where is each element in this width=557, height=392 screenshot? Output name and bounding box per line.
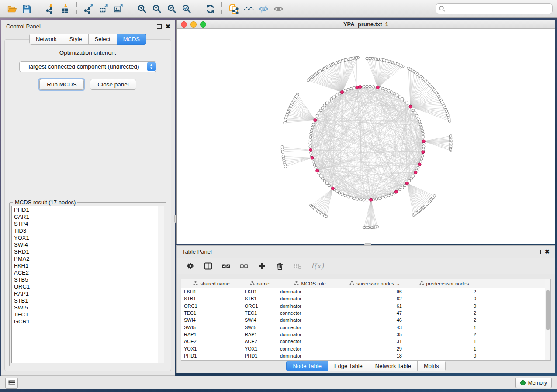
cell-name: ORC1 (242, 303, 277, 309)
mcds-result-item[interactable]: STB5 (12, 276, 164, 283)
open-session-button[interactable] (4, 2, 19, 16)
zoom-in-button[interactable] (135, 2, 149, 16)
network-canvas[interactable] (177, 29, 555, 244)
mcds-result-list[interactable]: PHD1CAR1STP4TID3YOX1SWI4SRD1PMA2FKH1ACE2… (11, 206, 164, 363)
table-row[interactable]: ORC1ORC1dominator610 (181, 303, 550, 309)
mcds-result-item[interactable]: STP4 (12, 220, 164, 227)
import-network-button[interactable] (43, 2, 58, 16)
mcds-result-item[interactable]: ACE2 (12, 269, 164, 276)
tab-select[interactable]: Select (88, 34, 117, 45)
zoom-fit-icon (166, 3, 177, 14)
zoom-fit-button[interactable] (164, 2, 179, 16)
table-row[interactable]: RAP1RAP1dominator352 (181, 331, 550, 338)
cell-name: RAP1 (242, 332, 277, 337)
node-table: shared namenameMCDS rolesuccessor nodes⌄… (181, 279, 551, 361)
table-row[interactable]: PHD1PHD1dominator180 (181, 352, 550, 359)
mcds-result-item[interactable]: GCR1 (12, 318, 164, 325)
network-window-titlebar[interactable]: YPA_prune.txt_1 (177, 20, 555, 29)
export-image-button[interactable] (111, 2, 126, 16)
export-table-button[interactable] (96, 2, 111, 16)
deselect-all-button[interactable] (239, 261, 249, 271)
column-header-predecessor-nodes[interactable]: predecessor nodes (407, 279, 481, 288)
cell-predecessor-nodes: 1 (407, 325, 481, 330)
tab-style[interactable]: Style (63, 34, 89, 45)
mcds-result-item[interactable]: FKH1 (12, 262, 164, 269)
export-table-icon (98, 3, 109, 14)
mcds-result-item[interactable]: ORC1 (12, 283, 164, 290)
table-row[interactable]: TEC1TEC1connector472 (181, 309, 550, 316)
delete-table-icon (293, 261, 302, 271)
float-table-panel-icon[interactable] (536, 250, 541, 254)
tab-edge-table[interactable]: Edge Table (328, 361, 369, 371)
mcds-result-item[interactable]: TEC1 (12, 311, 164, 318)
zoom-selected-button[interactable] (179, 2, 194, 16)
main-toolbar (0, 0, 557, 18)
cell-predecessor-nodes: 1 (407, 346, 481, 351)
mcds-result-item[interactable]: TID3 (12, 227, 164, 234)
network-graph[interactable] (177, 29, 555, 244)
column-header-shared-name[interactable]: shared name (181, 279, 242, 288)
table-row[interactable]: ACE2ACE2connector311 (181, 338, 550, 345)
mcds-tab-content: Optimization criterion: largest connecte… (4, 39, 171, 371)
close-panel-icon[interactable]: ✖ (166, 24, 170, 29)
task-history-button[interactable] (5, 378, 18, 389)
tab-motifs[interactable]: Motifs (417, 361, 446, 371)
gear-button[interactable] (186, 261, 195, 271)
mcds-result-item[interactable]: PMA2 (12, 255, 164, 262)
hide-selected-button[interactable] (256, 2, 271, 16)
mcds-result-item[interactable]: RAP1 (12, 290, 164, 297)
mcds-result-item[interactable]: SRD1 (12, 248, 164, 255)
cell-name: FKH1 (242, 289, 277, 294)
first-neighbors-button[interactable] (241, 2, 256, 16)
optimization-criterion-dropdown[interactable]: largest connected component (undirected)… (19, 61, 156, 72)
memory-status-icon (520, 380, 526, 385)
cell-shared-name: YOX1 (181, 346, 242, 351)
duplicate-network-button[interactable] (226, 2, 241, 16)
column-header-successor-nodes[interactable]: successor nodes⌄ (343, 279, 407, 288)
table-scrollbar[interactable] (545, 279, 550, 360)
delete-column-button[interactable] (275, 261, 284, 271)
show-all-button[interactable] (271, 2, 286, 16)
select-all-check-button[interactable] (221, 261, 231, 271)
column-header-name[interactable]: name (242, 279, 277, 288)
table-row[interactable]: SWI4SWI4dominator462 (181, 316, 550, 323)
columns-button[interactable] (204, 261, 213, 271)
table-row[interactable]: FKH1FKH1dominator962 (181, 288, 550, 295)
mcds-result-item[interactable]: SWI4 (12, 241, 164, 248)
tab-mcds[interactable]: MCDS (117, 34, 146, 45)
mcds-result-item[interactable]: STB1 (12, 297, 164, 304)
table-scrollbar-thumb[interactable] (546, 290, 550, 330)
column-header-MCDS-role[interactable]: MCDS role (277, 279, 343, 288)
save-session-button[interactable] (19, 2, 34, 16)
float-panel-icon[interactable] (157, 24, 162, 29)
network-view-window: YPA_prune.txt_1 (176, 20, 555, 244)
table-header-row: shared namenameMCDS rolesuccessor nodes⌄… (181, 279, 550, 288)
tab-node-table[interactable]: Node Table (286, 361, 328, 371)
apply-layout-refresh-button[interactable] (203, 2, 218, 16)
close-table-panel-icon[interactable]: ✖ (545, 250, 550, 254)
cell-successor-nodes: 35 (343, 332, 407, 337)
mcds-list-scrollbar[interactable] (158, 206, 164, 363)
cell-predecessor-nodes: 2 (407, 317, 481, 323)
export-network-button[interactable] (81, 2, 96, 16)
close-panel-button[interactable]: Close panel (90, 79, 136, 90)
mcds-result-item[interactable]: CAR1 (12, 213, 164, 220)
tab-network[interactable]: Network (29, 34, 63, 45)
mcds-result-item[interactable]: YOX1 (12, 234, 164, 241)
add-column-button[interactable] (257, 261, 266, 271)
table-row[interactable]: YOX1YOX1connector291 (181, 345, 550, 352)
add-column-icon (257, 261, 266, 271)
mcds-result-item[interactable]: SWI5 (12, 304, 164, 311)
zoom-out-button[interactable] (149, 2, 164, 16)
mcds-result-item[interactable]: PHD1 (12, 206, 164, 213)
table-row[interactable]: SWI5SWI5connector431 (181, 323, 550, 330)
run-mcds-button[interactable]: Run MCDS (39, 79, 84, 90)
search-input[interactable] (436, 3, 553, 14)
import-table-button[interactable] (58, 2, 73, 16)
table-body: FKH1FKH1dominator962STB1STB1dominator620… (181, 288, 550, 359)
table-row[interactable]: STB1STB1dominator620 (181, 295, 550, 302)
cell-shared-name: SWI5 (181, 325, 242, 330)
cell-shared-name: TEC1 (181, 310, 242, 316)
tab-network-table[interactable]: Network Table (369, 361, 418, 371)
memory-button[interactable]: Memory (515, 378, 552, 388)
